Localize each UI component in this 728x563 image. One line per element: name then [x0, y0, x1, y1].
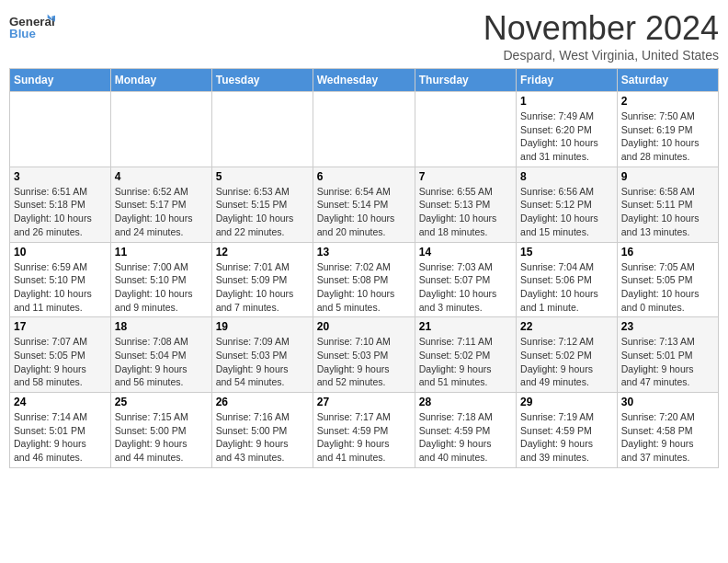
calendar-week-2: 10Sunrise: 6:59 AM Sunset: 5:10 PM Dayli… — [10, 242, 719, 317]
day-info: Sunrise: 6:58 AM Sunset: 5:11 PM Dayligh… — [621, 185, 714, 239]
calendar-cell: 25Sunrise: 7:15 AM Sunset: 5:00 PM Dayli… — [110, 393, 211, 468]
calendar-cell: 3Sunrise: 6:51 AM Sunset: 5:18 PM Daylig… — [10, 167, 111, 242]
day-info: Sunrise: 6:51 AM Sunset: 5:18 PM Dayligh… — [14, 185, 107, 239]
month-title: November 2024 — [483, 9, 719, 48]
calendar-cell: 4Sunrise: 6:52 AM Sunset: 5:17 PM Daylig… — [110, 167, 211, 242]
calendar-cell: 26Sunrise: 7:16 AM Sunset: 5:00 PM Dayli… — [211, 393, 313, 468]
day-info: Sunrise: 7:11 AM Sunset: 5:02 PM Dayligh… — [419, 335, 512, 389]
day-info: Sunrise: 6:54 AM Sunset: 5:14 PM Dayligh… — [317, 185, 411, 239]
calendar-cell: 18Sunrise: 7:08 AM Sunset: 5:04 PM Dayli… — [110, 317, 211, 393]
day-info: Sunrise: 6:55 AM Sunset: 5:13 PM Dayligh… — [419, 185, 512, 239]
day-info: Sunrise: 7:50 AM Sunset: 6:19 PM Dayligh… — [621, 109, 714, 164]
weekday-header-thursday: Thursday — [415, 69, 516, 92]
calendar-cell: 22Sunrise: 7:12 AM Sunset: 5:02 PM Dayli… — [517, 317, 618, 393]
day-info: Sunrise: 7:19 AM Sunset: 4:59 PM Dayligh… — [520, 410, 613, 465]
day-number: 9 — [621, 170, 714, 183]
calendar-cell: 20Sunrise: 7:10 AM Sunset: 5:03 PM Dayli… — [313, 317, 415, 393]
calendar-cell: 19Sunrise: 7:09 AM Sunset: 5:03 PM Dayli… — [211, 317, 313, 393]
calendar-cell: 13Sunrise: 7:02 AM Sunset: 5:08 PM Dayli… — [313, 242, 415, 317]
weekday-header-sunday: Sunday — [10, 69, 111, 92]
day-number: 24 — [14, 396, 107, 408]
day-number: 18 — [115, 320, 208, 333]
day-number: 2 — [621, 95, 714, 108]
calendar-cell: 30Sunrise: 7:20 AM Sunset: 4:58 PM Dayli… — [617, 393, 718, 468]
calendar-cell: 8Sunrise: 6:56 AM Sunset: 5:12 PM Daylig… — [517, 167, 618, 242]
day-number: 1 — [520, 95, 613, 108]
calendar-cell — [313, 92, 415, 167]
weekday-header-monday: Monday — [110, 69, 211, 92]
calendar-cell: 7Sunrise: 6:55 AM Sunset: 5:13 PM Daylig… — [415, 167, 516, 242]
calendar-cell: 10Sunrise: 6:59 AM Sunset: 5:10 PM Dayli… — [10, 242, 111, 317]
day-info: Sunrise: 7:03 AM Sunset: 5:07 PM Dayligh… — [419, 260, 512, 315]
day-info: Sunrise: 7:05 AM Sunset: 5:05 PM Dayligh… — [621, 260, 714, 315]
day-number: 5 — [216, 170, 309, 183]
day-number: 25 — [115, 396, 208, 408]
day-number: 10 — [14, 246, 107, 259]
day-info: Sunrise: 7:15 AM Sunset: 5:00 PM Dayligh… — [115, 410, 208, 465]
calendar-cell — [211, 92, 313, 167]
calendar-cell: 9Sunrise: 6:58 AM Sunset: 5:11 PM Daylig… — [617, 167, 718, 242]
calendar-cell: 16Sunrise: 7:05 AM Sunset: 5:05 PM Dayli… — [617, 242, 718, 317]
day-info: Sunrise: 6:52 AM Sunset: 5:17 PM Dayligh… — [115, 185, 208, 239]
day-number: 11 — [115, 246, 208, 259]
day-number: 7 — [419, 170, 512, 183]
day-info: Sunrise: 7:09 AM Sunset: 5:03 PM Dayligh… — [216, 335, 309, 389]
day-number: 13 — [317, 246, 411, 259]
calendar-cell: 5Sunrise: 6:53 AM Sunset: 5:15 PM Daylig… — [211, 167, 313, 242]
day-number: 16 — [621, 246, 714, 259]
page-header: General Blue November 2024 Despard, West… — [9, 9, 719, 63]
day-number: 14 — [419, 246, 512, 259]
calendar-cell: 21Sunrise: 7:11 AM Sunset: 5:02 PM Dayli… — [415, 317, 516, 393]
calendar-cell: 24Sunrise: 7:14 AM Sunset: 5:01 PM Dayli… — [10, 393, 111, 468]
calendar-cell: 28Sunrise: 7:18 AM Sunset: 4:59 PM Dayli… — [415, 393, 516, 468]
calendar-week-4: 24Sunrise: 7:14 AM Sunset: 5:01 PM Dayli… — [10, 393, 719, 468]
day-info: Sunrise: 7:13 AM Sunset: 5:01 PM Dayligh… — [621, 335, 714, 389]
day-info: Sunrise: 6:56 AM Sunset: 5:12 PM Dayligh… — [520, 185, 613, 239]
day-info: Sunrise: 7:14 AM Sunset: 5:01 PM Dayligh… — [14, 410, 107, 465]
day-number: 12 — [216, 246, 309, 259]
calendar-cell: 27Sunrise: 7:17 AM Sunset: 4:59 PM Dayli… — [313, 393, 415, 468]
weekday-header-friday: Friday — [517, 69, 618, 92]
calendar-cell: 14Sunrise: 7:03 AM Sunset: 5:07 PM Dayli… — [415, 242, 516, 317]
day-info: Sunrise: 7:10 AM Sunset: 5:03 PM Dayligh… — [317, 335, 411, 389]
title-block: November 2024 Despard, West Virginia, Un… — [483, 9, 719, 63]
calendar-body: 1Sunrise: 7:49 AM Sunset: 6:20 PM Daylig… — [10, 92, 719, 468]
calendar-cell: 15Sunrise: 7:04 AM Sunset: 5:06 PM Dayli… — [517, 242, 618, 317]
calendar-cell: 1Sunrise: 7:49 AM Sunset: 6:20 PM Daylig… — [517, 92, 618, 167]
day-number: 17 — [14, 320, 107, 333]
calendar-cell: 29Sunrise: 7:19 AM Sunset: 4:59 PM Dayli… — [517, 393, 618, 468]
weekday-header-wednesday: Wednesday — [313, 69, 415, 92]
day-info: Sunrise: 7:00 AM Sunset: 5:10 PM Dayligh… — [115, 260, 208, 315]
calendar-week-1: 3Sunrise: 6:51 AM Sunset: 5:18 PM Daylig… — [10, 167, 719, 242]
day-info: Sunrise: 7:02 AM Sunset: 5:08 PM Dayligh… — [317, 260, 411, 315]
weekday-header-tuesday: Tuesday — [211, 69, 313, 92]
day-number: 20 — [317, 320, 411, 333]
location: Despard, West Virginia, United States — [483, 48, 719, 63]
calendar-cell: 6Sunrise: 6:54 AM Sunset: 5:14 PM Daylig… — [313, 167, 415, 242]
day-number: 30 — [621, 396, 714, 408]
calendar-cell: 12Sunrise: 7:01 AM Sunset: 5:09 PM Dayli… — [211, 242, 313, 317]
weekday-header-saturday: Saturday — [617, 69, 718, 92]
day-info: Sunrise: 7:04 AM Sunset: 5:06 PM Dayligh… — [520, 260, 613, 315]
calendar-week-0: 1Sunrise: 7:49 AM Sunset: 6:20 PM Daylig… — [10, 92, 719, 167]
day-info: Sunrise: 7:20 AM Sunset: 4:58 PM Dayligh… — [621, 410, 714, 465]
day-number: 28 — [419, 396, 512, 408]
day-number: 23 — [621, 320, 714, 333]
day-number: 8 — [520, 170, 613, 183]
calendar-cell: 2Sunrise: 7:50 AM Sunset: 6:19 PM Daylig… — [617, 92, 718, 167]
day-info: Sunrise: 7:16 AM Sunset: 5:00 PM Dayligh… — [216, 410, 309, 465]
calendar-cell — [415, 92, 516, 167]
day-number: 26 — [216, 396, 309, 408]
logo-icon: General Blue — [9, 9, 55, 42]
svg-text:Blue: Blue — [9, 27, 36, 40]
day-info: Sunrise: 7:01 AM Sunset: 5:09 PM Dayligh… — [216, 260, 309, 315]
calendar-cell: 23Sunrise: 7:13 AM Sunset: 5:01 PM Dayli… — [617, 317, 718, 393]
day-number: 19 — [216, 320, 309, 333]
day-number: 27 — [317, 396, 411, 408]
day-number: 21 — [419, 320, 512, 333]
day-number: 3 — [14, 170, 107, 183]
calendar-header-row: SundayMondayTuesdayWednesdayThursdayFrid… — [10, 69, 719, 92]
day-number: 6 — [317, 170, 411, 183]
day-info: Sunrise: 7:08 AM Sunset: 5:04 PM Dayligh… — [115, 335, 208, 389]
day-number: 29 — [520, 396, 613, 408]
